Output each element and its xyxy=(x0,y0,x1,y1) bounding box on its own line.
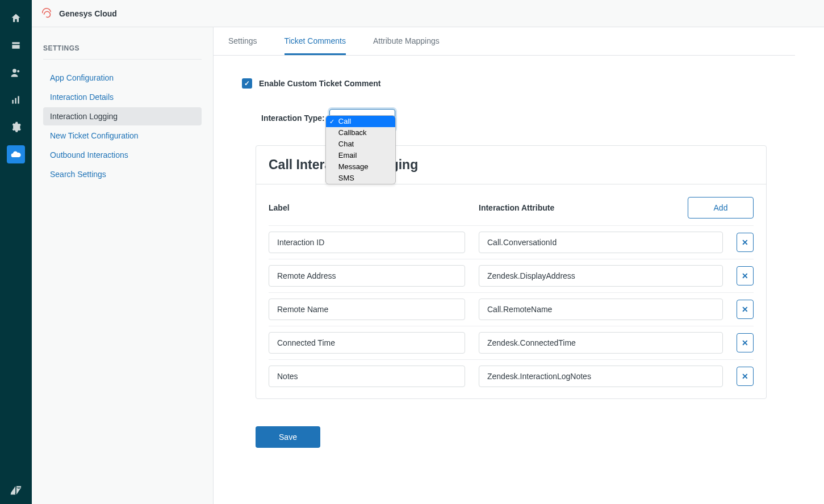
app-title: Genesys Cloud xyxy=(59,9,117,18)
svg-point-1 xyxy=(17,70,19,72)
svg-rect-3 xyxy=(15,98,16,104)
app-header: Genesys Cloud xyxy=(32,0,824,27)
sidebar-item-label: Outbound Interactions xyxy=(50,150,128,159)
tab-label: Ticket Comments xyxy=(285,36,346,45)
sidebar-item-new-ticket-configuration[interactable]: New Ticket Configuration xyxy=(43,127,202,145)
dropdown-option-call[interactable]: Call xyxy=(326,116,395,127)
enable-custom-comment-label: Enable Custom Ticket Comment xyxy=(259,79,380,88)
column-header-attribute: Interaction Attribute xyxy=(479,203,688,212)
reports-icon[interactable] xyxy=(7,91,25,109)
left-rail xyxy=(0,0,32,504)
table-row: ✕ xyxy=(269,359,754,393)
dropdown-option-email[interactable]: Email xyxy=(326,150,395,161)
interaction-type-row: Interaction Type: Call Callback Chat Ema… xyxy=(242,109,767,131)
close-icon: ✕ xyxy=(742,338,748,347)
dropdown-option-chat[interactable]: Chat xyxy=(326,138,395,150)
sidebar-item-label: Interaction Details xyxy=(50,93,114,102)
users-icon[interactable] xyxy=(7,64,25,82)
table-header: Label Interaction Attribute Add xyxy=(269,197,754,225)
table-row: ✕ xyxy=(269,225,754,259)
enable-custom-comment-row: ✓ Enable Custom Ticket Comment xyxy=(242,78,767,89)
inbox-icon[interactable] xyxy=(7,36,25,54)
tab-settings[interactable]: Settings xyxy=(228,27,257,55)
tab-attribute-mappings[interactable]: Attribute Mappings xyxy=(373,27,440,55)
sidebar-item-label: New Ticket Configuration xyxy=(50,131,139,140)
interaction-type-dropdown: Call Callback Chat Email Message SMS xyxy=(325,115,396,184)
tab-ticket-comments[interactable]: Ticket Comments xyxy=(285,27,346,55)
tab-label: Settings xyxy=(228,36,257,45)
attribute-input[interactable] xyxy=(479,332,723,354)
close-icon: ✕ xyxy=(742,372,748,381)
column-header-label: Label xyxy=(269,203,479,212)
save-button[interactable]: Save xyxy=(256,426,320,448)
remove-button[interactable]: ✕ xyxy=(737,233,754,252)
sidebar-item-search-settings[interactable]: Search Settings xyxy=(43,165,202,183)
remove-button[interactable]: ✕ xyxy=(737,367,754,386)
sidebar-item-interaction-logging[interactable]: Interaction Logging xyxy=(43,107,202,125)
attribute-input[interactable] xyxy=(479,232,723,253)
svg-rect-4 xyxy=(18,96,19,103)
table-row: ✕ xyxy=(269,326,754,359)
dropdown-option-sms[interactable]: SMS xyxy=(326,173,395,184)
sidebar-item-label: Search Settings xyxy=(50,170,106,179)
tab-bar: Settings Ticket Comments Attribute Mappi… xyxy=(214,27,795,56)
attribute-input[interactable] xyxy=(479,299,723,320)
remove-button[interactable]: ✕ xyxy=(737,300,754,319)
attribute-input[interactable] xyxy=(479,366,723,387)
add-button[interactable]: Add xyxy=(688,197,754,219)
label-input[interactable] xyxy=(269,232,465,253)
dropdown-option-callback[interactable]: Callback xyxy=(326,127,395,138)
settings-sidebar: SETTINGS App Configuration Interaction D… xyxy=(32,27,214,504)
table-row: ✕ xyxy=(269,259,754,292)
sidebar-item-label: Interaction Logging xyxy=(50,112,118,121)
close-icon: ✕ xyxy=(742,305,748,314)
svg-point-0 xyxy=(12,69,16,73)
genesys-logo-icon xyxy=(41,7,53,20)
gear-icon[interactable] xyxy=(7,118,25,136)
remove-button[interactable]: ✕ xyxy=(737,333,754,352)
cloud-icon[interactable] xyxy=(7,145,25,163)
dropdown-option-message[interactable]: Message xyxy=(326,161,395,173)
label-input[interactable] xyxy=(269,299,465,320)
table-row: ✕ xyxy=(269,292,754,326)
close-icon: ✕ xyxy=(742,238,748,247)
zendesk-icon[interactable] xyxy=(7,481,25,499)
sidebar-item-label: App Configuration xyxy=(50,73,114,82)
close-icon: ✕ xyxy=(742,271,748,280)
label-input[interactable] xyxy=(269,265,465,287)
sidebar-item-interaction-details[interactable]: Interaction Details xyxy=(43,88,202,106)
tab-label: Attribute Mappings xyxy=(373,36,440,45)
sidebar-item-outbound-interactions[interactable]: Outbound Interactions xyxy=(43,146,202,164)
attribute-input[interactable] xyxy=(479,265,723,287)
sidebar-heading: SETTINGS xyxy=(43,44,202,60)
interaction-type-label: Interaction Type: xyxy=(261,109,325,123)
main-content: Settings Ticket Comments Attribute Mappi… xyxy=(214,27,795,504)
label-input[interactable] xyxy=(269,332,465,354)
sidebar-item-app-configuration[interactable]: App Configuration xyxy=(43,69,202,87)
interaction-type-select[interactable]: Call Callback Chat Email Message SMS xyxy=(329,109,395,131)
svg-rect-2 xyxy=(12,100,14,104)
label-input[interactable] xyxy=(269,366,465,387)
enable-custom-comment-checkbox[interactable]: ✓ xyxy=(242,78,252,89)
home-icon[interactable] xyxy=(7,9,25,27)
remove-button[interactable]: ✕ xyxy=(737,266,754,285)
